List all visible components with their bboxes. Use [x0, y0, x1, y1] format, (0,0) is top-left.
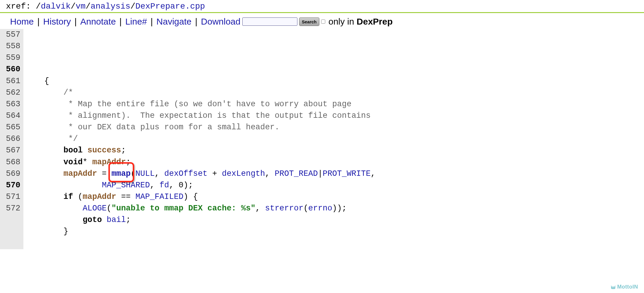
line-number[interactable]: 563: [6, 99, 20, 110]
code-line: [25, 64, 376, 75]
search-button[interactable]: Search: [299, 17, 319, 26]
symbol-link[interactable]: PROT_READ: [275, 169, 318, 178]
home-link[interactable]: Home: [10, 17, 34, 27]
search-input[interactable]: [242, 17, 297, 26]
separator: |: [119, 17, 122, 27]
separator: |: [195, 17, 197, 27]
breadcrumb-segment[interactable]: vm: [76, 2, 86, 11]
code-line: }: [25, 226, 376, 237]
symbol-link[interactable]: MAP_FAILED: [135, 192, 183, 201]
toolbar: Home | History | Annotate | Line# | Navi…: [0, 13, 644, 29]
symbol-link[interactable]: PROT_WRITE: [323, 169, 371, 178]
line-number[interactable]: 565: [6, 122, 20, 133]
line-number[interactable]: 557: [6, 29, 20, 41]
separator: |: [150, 17, 153, 27]
symbol-link[interactable]: MAP_SHARED: [102, 181, 150, 190]
line-number[interactable]: 559: [6, 52, 20, 64]
breadcrumb-segment[interactable]: analysis: [91, 2, 130, 11]
line-number[interactable]: 560: [6, 64, 20, 75]
xref-label: xref: [6, 2, 26, 11]
symbol-link[interactable]: fd: [159, 181, 169, 190]
line-number[interactable]: 567: [6, 145, 20, 156]
line-number[interactable]: 566: [6, 133, 20, 145]
breadcrumb-segment[interactable]: dalvik: [41, 2, 71, 11]
line-number-gutter: 5575585595605615625635645655665675685695…: [0, 29, 23, 249]
code-line: */: [25, 133, 376, 145]
code-line: [25, 238, 376, 249]
code-line: goto bail;: [25, 214, 376, 226]
only-in-label: only in DexPrep: [329, 17, 393, 27]
code-line: {: [25, 75, 376, 87]
navigate-link[interactable]: Navigate: [156, 17, 191, 27]
line-number[interactable]: 569: [6, 168, 20, 180]
line-number[interactable]: 572: [6, 203, 20, 214]
annotate-link[interactable]: Annotate: [80, 17, 116, 27]
symbol-link[interactable]: dexOffset: [164, 169, 208, 178]
line-number[interactable]: 558: [6, 41, 20, 52]
symbol-link[interactable]: NULL: [135, 169, 155, 178]
symbol-link[interactable]: bail: [107, 215, 126, 224]
symbol-link[interactable]: errno: [308, 204, 332, 213]
code-line: /*: [25, 87, 376, 99]
breadcrumb-segment[interactable]: DexPrepare.cpp: [135, 2, 205, 11]
separator: |: [74, 17, 77, 27]
symbol-link[interactable]: ALOGE: [83, 204, 107, 213]
line-number[interactable]: 571: [6, 191, 20, 203]
code-line: void* mapAddr;: [25, 157, 376, 168]
breadcrumb-path: /dalvik/vm/analysis/DexPrepare.cpp: [36, 2, 205, 11]
only-in-checkbox[interactable]: [321, 20, 325, 24]
code-line: mapAddr = mmap(NULL, dexOffset + dexLeng…: [25, 168, 376, 180]
line-number[interactable]: 564: [6, 110, 20, 122]
code-content: { /* * Map the entire file (so we don't …: [23, 29, 376, 249]
symbol-link[interactable]: mmap: [111, 169, 131, 178]
symbol-link[interactable]: strerror: [265, 204, 304, 213]
code-viewer: 5575585595605615625635645655665675685695…: [0, 29, 644, 249]
history-link[interactable]: History: [43, 17, 71, 27]
download-link[interactable]: Download: [201, 17, 240, 27]
code-line: * our DEX data plus room for a small hea…: [25, 122, 376, 133]
line-number[interactable]: 570: [6, 180, 20, 191]
code-line: * alignment). The expectation is that th…: [25, 110, 376, 122]
line-number[interactable]: 561: [6, 75, 20, 87]
line-number[interactable]: 562: [6, 87, 20, 99]
code-line: * Map the entire file (so we don't have …: [25, 99, 376, 110]
code-line: MAP_SHARED, fd, 0);: [25, 180, 376, 191]
separator: |: [37, 17, 40, 27]
line-number[interactable]: 568: [6, 157, 20, 168]
code-line: ALOGE("unable to mmap DEX cache: %s", st…: [25, 203, 376, 214]
code-line: bool success;: [25, 145, 376, 156]
code-line: if (mapAddr == MAP_FAILED) {: [25, 191, 376, 203]
line-link[interactable]: Line#: [125, 17, 147, 27]
breadcrumb: xref: /dalvik/vm/analysis/DexPrepare.cpp: [0, 0, 644, 13]
symbol-link[interactable]: dexLength: [222, 169, 265, 178]
